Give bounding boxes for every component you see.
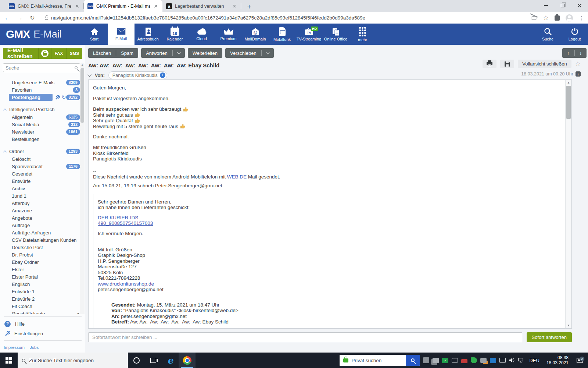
sidebar-main-folder[interactable]: Favoriten ↻ 3 — [0, 86, 85, 93]
minimize-button[interactable] — [537, 0, 554, 11]
info-icon[interactable]: i — [576, 71, 581, 77]
close-fullview-button[interactable]: Vollansicht schließen — [518, 60, 571, 68]
nav-adressbuch[interactable]: Adressbuch — [135, 24, 161, 45]
browser-menu-icon[interactable]: ⋮ — [579, 15, 584, 21]
add-contact-icon[interactable]: + — [160, 72, 165, 78]
refresh-icon[interactable]: ↻ — [62, 95, 66, 100]
sidebar-folder[interactable]: Fit Coach — [0, 302, 85, 310]
save-button[interactable] — [500, 60, 514, 68]
sidebar-scrollbar[interactable]: ▲ — [80, 63, 85, 333]
tray-network-icon[interactable] — [518, 358, 524, 363]
move-dropdown-button[interactable] — [262, 48, 274, 58]
nav-mobilfunk[interactable]: Mobilfunk — [269, 24, 295, 45]
forward-button[interactable]: Weiterleiten — [188, 48, 222, 58]
tray-blue-app-icon[interactable] — [490, 358, 496, 363]
scroll-up-icon[interactable]: ▲ — [81, 63, 84, 67]
private-search-button[interactable] — [406, 355, 420, 366]
sidebar-folder[interactable]: Gesendet — [0, 170, 85, 177]
private-search-widget[interactable]: Privat suchen — [340, 355, 420, 366]
browser-tab-3[interactable]: a Lagerbestand verwalten — [162, 0, 241, 12]
tab-close-icon[interactable] — [74, 3, 80, 9]
sidebar-folder[interactable]: Dr. Probst — [0, 251, 85, 258]
help-item[interactable]: ? Hilfe — [0, 319, 85, 329]
collapse-chevron-icon[interactable] — [87, 72, 92, 77]
sidebar-folder[interactable]: Amazone — [0, 207, 85, 214]
nav-premium[interactable]: Premium — [215, 24, 242, 45]
move-button[interactable]: Verschieben — [225, 48, 261, 58]
taskbar-clock[interactable]: 08:38 18.03.2021 — [546, 355, 569, 365]
nav-kalender[interactable]: 18 Kalender — [161, 24, 188, 45]
from-chip[interactable]: Panagiotis Kiriakoudis + — [108, 71, 167, 79]
browser-tab-1[interactable]: GMX GMX: E-Mail-Adresse, FreeMail, D — [5, 0, 84, 12]
spam-button[interactable]: Spam — [116, 48, 138, 58]
quick-reply-button[interactable]: Sofort antworten — [527, 332, 572, 342]
section-ordner[interactable]: Ordner 1293 — [0, 147, 85, 155]
new-tab-button[interactable]: + — [244, 2, 254, 12]
cortana-button[interactable] — [128, 353, 145, 368]
sidebar-folder[interactable]: 1und 1 — [0, 192, 85, 199]
scrollbar-thumb[interactable] — [566, 86, 571, 119]
chrome-button-active[interactable] — [179, 353, 196, 368]
sidebar-folder[interactable]: CSV Dateianleitungen Kunden — [0, 236, 85, 244]
sidebar-folder[interactable]: Entwürfe — [0, 177, 85, 185]
nav-cloud[interactable]: Cloud — [188, 24, 215, 45]
action-center-button[interactable]: 2 — [574, 358, 585, 363]
sidebar-folder[interactable]: Englisch — [0, 280, 85, 288]
compose-button[interactable]: E-Mail schreiben — [3, 48, 38, 59]
language-indicator[interactable]: DEU — [529, 358, 539, 363]
sms-button[interactable]: SMS — [67, 51, 82, 56]
tray-screenshare-icon[interactable] — [480, 358, 487, 363]
webde-link[interactable]: WEB.DE — [227, 174, 247, 180]
extensions-icon[interactable] — [555, 15, 560, 21]
reload-icon[interactable]: ↻ — [29, 14, 36, 21]
sidebar-folder[interactable]: Entwürfe 2 — [0, 295, 85, 302]
message-scrollbar[interactable]: ▲ ▼ — [565, 80, 571, 328]
print-button[interactable] — [483, 60, 496, 68]
scroll-up-icon[interactable]: ▲ — [567, 81, 570, 84]
sidebar-folder[interactable]: Archiv — [0, 185, 85, 192]
section-intelligentes-postfach[interactable]: Intelligentes Postfach — [0, 105, 85, 113]
sidebar-folder[interactable]: Angebote — [0, 214, 85, 222]
previous-message-button[interactable]: ↑ — [562, 48, 574, 58]
sidebar-smart-folder[interactable]: Allgemein 6125 — [0, 113, 85, 121]
sidebar-folder[interactable]: Gelöscht — [0, 155, 85, 163]
nav-start[interactable]: Start — [81, 24, 108, 45]
next-message-button[interactable]: ↓ — [575, 48, 587, 58]
tab-close-icon[interactable] — [232, 3, 237, 9]
browser-tab-2-active[interactable]: GMX GMX Premium - E-Mail made in G — [84, 0, 162, 12]
sidebar-smart-folder[interactable]: Bestellungen — [0, 135, 85, 143]
sidebar-folder[interactable]: Ebay Ordner — [0, 258, 85, 266]
sidebar-main-folder[interactable]: Ungelesene E-Mails ↻ 8309 — [0, 79, 85, 86]
reply-button[interactable]: Antworten — [141, 48, 172, 58]
reply-dropdown-button[interactable] — [173, 48, 185, 58]
close-button[interactable] — [571, 0, 588, 11]
sidebar-smart-folder[interactable]: Newsletter 1861 — [0, 128, 85, 135]
wrench-icon[interactable] — [55, 95, 60, 100]
header-search[interactable]: Suche — [534, 24, 561, 45]
tray-device-icon[interactable] — [423, 357, 429, 363]
kurier-ids-link[interactable]: DER KURIER-IDS — [98, 215, 138, 220]
bookmark-star-icon[interactable]: ☆ — [543, 14, 549, 22]
scroll-down-icon[interactable]: ▼ — [567, 324, 570, 327]
settings-item[interactable]: Einstellungen — [0, 329, 85, 338]
edge-button[interactable]: e — [162, 353, 179, 368]
favorite-star-icon[interactable]: ☆ — [575, 60, 581, 68]
sidebar-folder[interactable]: Aufträge-Anfragen — [0, 229, 85, 236]
delete-button[interactable]: Löschen — [88, 48, 116, 58]
start-button[interactable] — [0, 353, 18, 368]
profile-avatar[interactable] — [566, 14, 573, 22]
sidebar-folder[interactable]: Elster — [0, 266, 85, 273]
shop-link[interactable]: www.druckmitunsshop.de — [98, 281, 154, 287]
forward-icon[interactable]: → — [16, 15, 24, 21]
nav-mehr[interactable]: mehr — [349, 24, 376, 45]
task-view-button[interactable] — [145, 353, 162, 368]
gmx-logo[interactable]: GMX E-Mail — [0, 24, 81, 45]
restore-button[interactable] — [554, 0, 571, 11]
nav-maildomain[interactable]: @ MailDomain — [242, 24, 269, 45]
sidebar-folder[interactable]: Entwürfe 1 — [0, 288, 85, 295]
quick-reply-input[interactable] — [88, 332, 522, 342]
nav-tv-streaming[interactable]: HD TV TV-Streaming — [295, 24, 322, 45]
sidebar-folder[interactable]: Deutsche Post — [0, 244, 85, 251]
tray-volume-icon[interactable] — [509, 358, 515, 363]
sidebar-main-folder[interactable]: Posteingang ↻ 8192 — [0, 93, 85, 101]
